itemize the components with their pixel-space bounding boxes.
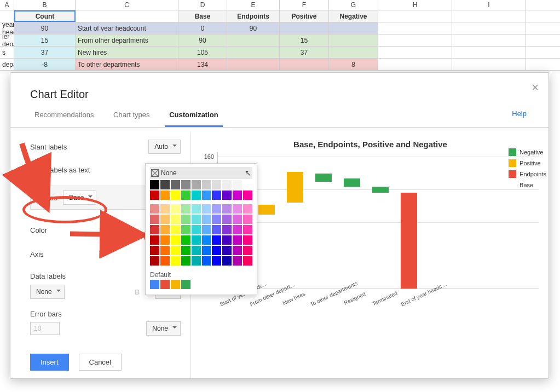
swatch[interactable] <box>202 225 211 234</box>
swatch[interactable] <box>202 235 211 245</box>
swatch[interactable] <box>150 225 159 234</box>
header-positive[interactable]: Positive <box>280 10 329 22</box>
swatch[interactable] <box>150 204 159 214</box>
swatch[interactable] <box>243 204 252 214</box>
swatch[interactable] <box>222 191 232 200</box>
help-link[interactable]: Help <box>512 109 527 118</box>
default-swatch[interactable] <box>160 280 170 289</box>
col-G[interactable]: G <box>329 0 378 10</box>
swatch[interactable] <box>171 225 180 234</box>
swatch[interactable] <box>243 235 252 245</box>
swatch[interactable] <box>233 215 242 224</box>
slant-labels-select[interactable]: Auto <box>148 140 181 154</box>
swatch[interactable] <box>160 256 170 266</box>
color-none-option[interactable]: None ↖ <box>150 167 252 179</box>
header-base[interactable]: Base <box>178 10 227 22</box>
swatch[interactable] <box>150 191 159 200</box>
col-I[interactable]: I <box>452 0 526 10</box>
swatch[interactable] <box>171 246 180 255</box>
swatch[interactable] <box>243 215 252 224</box>
swatch[interactable] <box>150 215 159 224</box>
swatch[interactable] <box>233 235 242 245</box>
swatch[interactable] <box>181 204 190 214</box>
swatch[interactable] <box>202 215 211 224</box>
swatch[interactable] <box>212 256 221 266</box>
swatch[interactable] <box>160 246 170 255</box>
table-row[interactable]: year headcount 90 Start of year headcoun… <box>0 22 560 34</box>
swatch[interactable] <box>181 225 190 234</box>
col-B[interactable]: B <box>14 0 76 10</box>
swatch[interactable] <box>192 225 201 234</box>
swatch[interactable] <box>150 235 159 245</box>
swatch[interactable] <box>181 191 190 200</box>
swatch[interactable] <box>222 215 232 224</box>
swatch[interactable] <box>233 191 242 200</box>
data-labels-select[interactable]: None <box>30 285 65 299</box>
default-swatch[interactable] <box>181 280 190 289</box>
swatch[interactable] <box>233 204 242 214</box>
swatch[interactable] <box>212 225 221 234</box>
swatch[interactable] <box>243 256 252 266</box>
swatch[interactable] <box>160 225 170 234</box>
header-count[interactable]: Count <box>14 10 76 22</box>
error-bars-type[interactable]: None <box>146 321 181 336</box>
swatch[interactable] <box>202 256 211 266</box>
swatch[interactable] <box>212 235 221 245</box>
swatch[interactable] <box>243 180 252 189</box>
table-row[interactable]: ier departments 15 From other department… <box>0 34 560 47</box>
series-value[interactable]: Base <box>63 191 96 205</box>
swatch[interactable] <box>150 180 159 189</box>
swatch[interactable] <box>202 180 211 189</box>
swatch[interactable] <box>181 215 190 224</box>
swatch[interactable] <box>171 235 180 245</box>
swatch[interactable] <box>243 191 252 200</box>
swatch[interactable] <box>222 180 232 189</box>
swatch[interactable] <box>243 225 252 234</box>
col-E[interactable]: E <box>227 0 280 10</box>
swatch[interactable] <box>160 180 170 189</box>
insert-button[interactable]: Insert <box>30 354 69 371</box>
swatch[interactable] <box>233 180 242 189</box>
swatch[interactable] <box>192 204 201 214</box>
swatch[interactable] <box>202 204 211 214</box>
swatch[interactable] <box>160 204 170 214</box>
swatch[interactable] <box>222 256 232 266</box>
swatch[interactable] <box>192 215 201 224</box>
swatch[interactable] <box>171 191 180 200</box>
default-swatch[interactable] <box>171 280 180 289</box>
swatch[interactable] <box>150 256 159 266</box>
swatch[interactable] <box>171 180 180 189</box>
col-A[interactable]: A <box>0 0 14 10</box>
table-row[interactable]: departments -8 To other departments 134 … <box>0 59 560 71</box>
swatch[interactable] <box>233 225 242 234</box>
swatch[interactable] <box>233 246 242 255</box>
col-H[interactable]: H <box>378 0 452 10</box>
swatch[interactable] <box>212 246 221 255</box>
swatch[interactable] <box>160 235 170 245</box>
tab-recommendations[interactable]: Recommendations <box>30 105 98 125</box>
swatch[interactable] <box>202 191 211 200</box>
swatch[interactable] <box>181 246 190 255</box>
swatch[interactable] <box>160 215 170 224</box>
swatch[interactable] <box>212 180 221 189</box>
col-C[interactable]: C <box>76 0 178 10</box>
swatch[interactable] <box>222 225 232 234</box>
close-icon[interactable]: × <box>532 80 539 95</box>
tab-customization[interactable]: Customization <box>165 105 223 127</box>
table-row[interactable]: s 37 New hires 105 37 <box>0 47 560 59</box>
col-D[interactable]: D <box>178 0 227 10</box>
swatch[interactable] <box>192 235 201 245</box>
cancel-button[interactable]: Cancel <box>79 354 122 371</box>
swatch[interactable] <box>222 235 232 245</box>
swatch[interactable] <box>171 215 180 224</box>
swatch[interactable] <box>192 180 201 189</box>
swatch[interactable] <box>160 191 170 200</box>
swatch[interactable] <box>181 235 190 245</box>
swatch[interactable] <box>222 204 232 214</box>
col-F[interactable]: F <box>280 0 329 10</box>
swatch[interactable] <box>202 246 211 255</box>
swatch[interactable] <box>171 204 180 214</box>
swatch[interactable] <box>243 246 252 255</box>
swatch[interactable] <box>192 191 201 200</box>
swatch[interactable] <box>181 180 190 189</box>
